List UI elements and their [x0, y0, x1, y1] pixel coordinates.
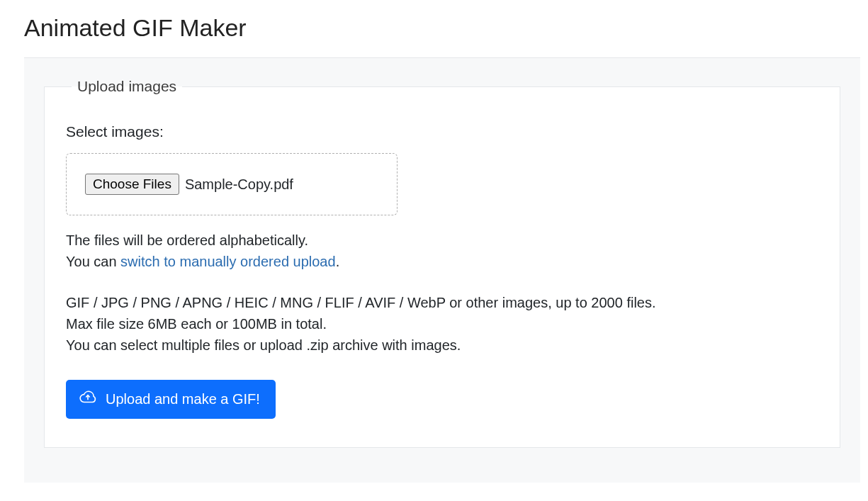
formats-note: GIF / JPG / PNG / APNG / HEIC / MNG / FL… — [66, 292, 818, 313]
choose-files-button[interactable]: Choose Files — [85, 174, 179, 195]
selected-file-name: Sample-Copy.pdf — [185, 176, 293, 193]
upload-button-label: Upload and make a GIF! — [106, 391, 260, 407]
info-block: GIF / JPG / PNG / APNG / HEIC / MNG / FL… — [66, 292, 818, 356]
file-dropzone[interactable]: Choose Files Sample-Copy.pdf — [66, 153, 398, 215]
switch-suffix: . — [336, 254, 340, 269]
zip-note: You can select multiple files or upload … — [66, 334, 818, 356]
order-note: The files will be ordered alphabetically… — [66, 230, 818, 251]
switch-note: You can switch to manually ordered uploa… — [66, 251, 818, 272]
switch-prefix: You can — [66, 254, 120, 269]
upload-button[interactable]: Upload and make a GIF! — [66, 380, 276, 419]
upload-fieldset: Upload images Select images: Choose File… — [44, 78, 840, 448]
size-note: Max file size 6MB each or 100MB in total… — [66, 313, 818, 334]
upload-legend: Upload images — [72, 78, 182, 95]
cloud-upload-icon — [79, 388, 97, 410]
select-images-label: Select images: — [66, 123, 818, 140]
page-title: Animated GIF Maker — [24, 14, 868, 42]
switch-manual-link[interactable]: switch to manually ordered upload — [120, 254, 336, 269]
outer-panel: Upload images Select images: Choose File… — [24, 57, 860, 483]
